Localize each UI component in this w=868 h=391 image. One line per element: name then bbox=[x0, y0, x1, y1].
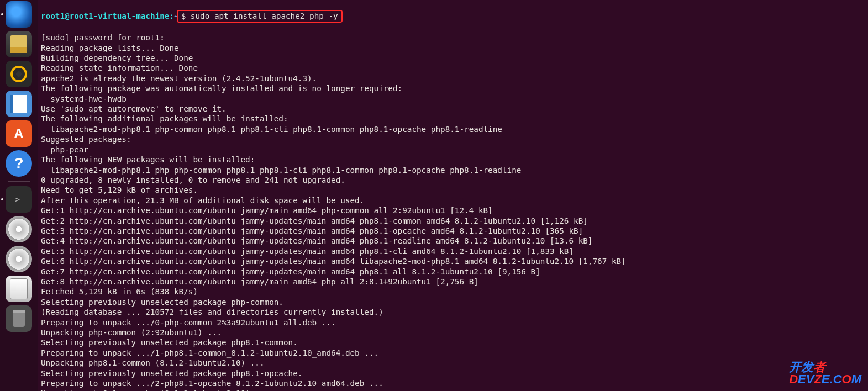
software-icon[interactable] bbox=[6, 120, 32, 147]
watermark-text: E.C bbox=[822, 372, 842, 386]
prompt-line: root1@root1-virtual-machine:~$ sudo apt … bbox=[41, 10, 868, 22]
prompt-user: root1@root1-virtual-machine bbox=[41, 12, 169, 20]
terminal-window[interactable]: root1@root1-virtual-machine:~$ sudo apt … bbox=[41, 0, 868, 391]
dock-separator bbox=[8, 181, 30, 182]
files-icon[interactable] bbox=[6, 31, 32, 57]
watermark-text: EV bbox=[798, 372, 814, 386]
launcher-dock bbox=[0, 0, 38, 391]
writer-icon[interactable] bbox=[6, 91, 32, 117]
command-highlight-box: $ sudo apt install apache2 php -y bbox=[177, 10, 343, 22]
help-icon[interactable] bbox=[6, 150, 32, 177]
watermark-text: M bbox=[851, 372, 861, 386]
disk-icon[interactable] bbox=[6, 276, 32, 302]
disc2-icon[interactable] bbox=[6, 246, 32, 272]
typed-command: sudo apt install apache2 php -y bbox=[191, 12, 338, 20]
disc1-icon[interactable] bbox=[6, 216, 32, 242]
rhythmbox-icon[interactable] bbox=[6, 61, 32, 87]
terminal-output: [sudo] password for root1: Reading packa… bbox=[41, 33, 868, 391]
thunderbird-icon[interactable] bbox=[6, 1, 32, 28]
prompt-sep: : bbox=[169, 12, 174, 20]
trash-icon[interactable] bbox=[6, 305, 32, 332]
watermark-text: O bbox=[842, 372, 851, 386]
watermark-text: Z bbox=[814, 372, 821, 386]
watermark: 开发者 DEVZE.COM bbox=[789, 361, 861, 385]
terminal-icon[interactable] bbox=[6, 186, 32, 213]
prompt-dollar: $ bbox=[181, 12, 191, 20]
watermark-text: D bbox=[789, 372, 798, 386]
